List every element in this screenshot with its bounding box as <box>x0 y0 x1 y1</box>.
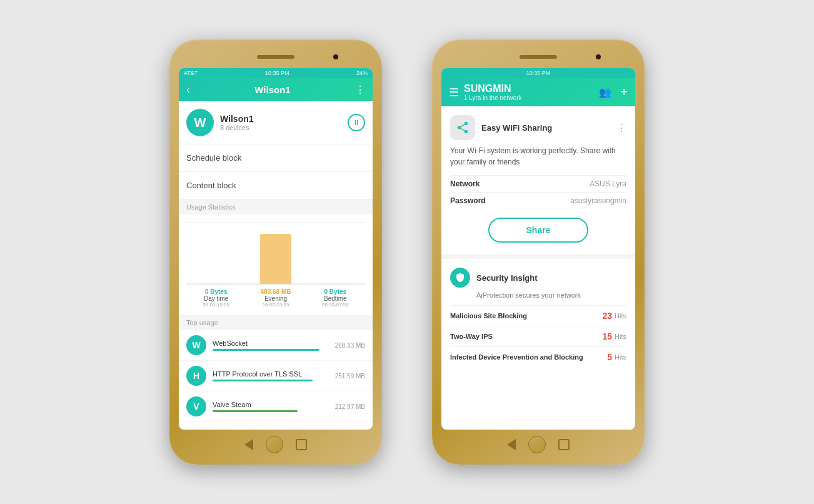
speaker-1 <box>257 55 294 59</box>
bar-bedtime <box>319 283 351 284</box>
security-icon <box>450 268 470 288</box>
add-icon[interactable]: + <box>620 85 628 99</box>
phone-screen-2: 10:35 PM ☰ SUNGMIN 1 Lyra in the network… <box>441 68 635 430</box>
chart-container <box>186 222 365 285</box>
usage-bar-container-0: WebSocket <box>213 340 329 351</box>
ips-count: 15 <box>602 331 612 341</box>
back-nav-1[interactable] <box>244 439 253 450</box>
password-value: asuslyrasungmin <box>570 196 626 205</box>
header-icons-2: 👥 + <box>599 85 628 99</box>
password-label: Password <box>450 196 486 205</box>
daytime-label: Day time <box>186 295 246 302</box>
wifi-card-description: Your Wi-Fi system is working perfectly. … <box>450 145 626 168</box>
phone-2: 10:35 PM ☰ SUNGMIN 1 Lyra in the network… <box>432 39 645 465</box>
infected-label: Infected Device Prevention and Blocking <box>450 353 583 361</box>
recents-btn-1[interactable] <box>296 439 307 450</box>
network-value: ASUS Lyra <box>590 179 626 188</box>
usage-size-2: 212.97 MB <box>335 403 365 410</box>
evening-label: Evening <box>246 295 305 302</box>
time-1: 10:35 PM <box>265 70 289 76</box>
wifi-card-title: Easy WiFi Sharing <box>481 123 610 133</box>
phone-notch-1 <box>176 48 376 66</box>
security-row-1: Two-Way IPS 15 Hits <box>450 326 626 346</box>
evening-time: 16:00-23:59 <box>246 302 305 308</box>
header-subtitle-2: 1 Lyra in the network <box>464 94 599 101</box>
usage-bar-container-1: HTTP Protocol over TLS SSL <box>213 370 329 381</box>
security-title: Security Insight <box>476 273 538 283</box>
share-button[interactable]: Share <box>488 218 588 243</box>
ips-unit: Hits <box>615 333 626 340</box>
security-card: Security Insight AiProtection secures yo… <box>441 259 635 376</box>
wifi-card: Easy WiFi Sharing ⋮ Your Wi-Fi system is… <box>441 106 635 259</box>
usage-size-0: 268.33 MB <box>335 342 365 349</box>
phone-1: AT&T 10:35 PM 24% ‹ Wilson1 ⋮ W Wilson1 … <box>169 39 382 465</box>
status-bar-2: 10:35 PM <box>441 68 635 78</box>
usage-avatar-2: V <box>186 396 206 416</box>
profile-info: Wilson1 8 devices <box>220 114 341 131</box>
security-header: Security Insight <box>450 268 626 288</box>
malicious-count: 23 <box>602 311 612 321</box>
password-row: Password asuslyrasungmin <box>450 192 626 209</box>
home-bar-1 <box>176 433 376 456</box>
app-header-2: ☰ SUNGMIN 1 Lyra in the network 👥 + <box>441 78 635 106</box>
header-content-2: SUNGMIN 1 Lyra in the network <box>464 83 599 101</box>
usage-bar-2 <box>213 410 298 412</box>
security-row-0: Malicious Site Blocking 23 Hits <box>450 305 626 326</box>
content-block-item[interactable]: Content block <box>179 172 373 199</box>
back-nav-2[interactable] <box>507 439 516 450</box>
security-row-2: Infected Device Prevention and Blocking … <box>450 346 626 367</box>
ips-value: 15 Hits <box>602 331 626 341</box>
malicious-unit: Hits <box>615 312 626 320</box>
bedtime-label: Bedtime <box>306 295 365 302</box>
usage-avatar-0: W <box>186 335 206 355</box>
usage-item-0: W WebSocket 268.33 MB <box>179 330 373 361</box>
evening-value: 483.68 MB <box>246 288 305 295</box>
hamburger-icon[interactable]: ☰ <box>449 86 459 99</box>
usage-bar-container-2: Valve Steam <box>213 401 329 412</box>
bedtime-time: 00:00-07:59 <box>306 302 365 308</box>
contacts-icon[interactable]: 👥 <box>599 86 611 98</box>
profile-name: Wilson1 <box>220 114 341 124</box>
home-bar-2 <box>438 433 638 456</box>
security-subtitle: AiProtection secures your network <box>450 291 626 299</box>
usage-name-2: Valve Steam <box>213 401 329 408</box>
menu-button-1[interactable]: ⋮ <box>355 84 365 96</box>
usage-name-0: WebSocket <box>213 340 329 347</box>
usage-stats-header: Usage Statistics <box>179 199 373 214</box>
malicious-label: Malicious Site Blocking <box>450 312 527 320</box>
speaker-2 <box>520 55 557 59</box>
pause-button[interactable]: ⏸ <box>348 114 365 131</box>
chart-labels: 0 Bytes Day time 08:00-15:59 483.68 MB E… <box>186 288 365 308</box>
top-usage-header: Top usage <box>179 315 373 330</box>
usage-bar-0 <box>213 349 319 351</box>
wifi-card-menu[interactable]: ⋮ <box>616 122 626 134</box>
header-title-1: Wilson1 <box>190 84 355 95</box>
phone-screen-1: AT&T 10:35 PM 24% ‹ Wilson1 ⋮ W Wilson1 … <box>179 68 373 430</box>
home-btn-1[interactable] <box>266 436 283 453</box>
bar-evening <box>260 234 291 284</box>
time-2: 10:35 PM <box>526 70 551 76</box>
usage-avatar-1: H <box>186 366 206 386</box>
camera-1 <box>333 54 338 59</box>
daytime-value: 0 Bytes <box>186 288 246 295</box>
infected-count: 5 <box>607 352 612 362</box>
malicious-value: 23 Hits <box>602 311 626 321</box>
schedule-block-item[interactable]: Schedule block <box>179 144 373 172</box>
bar-daytime <box>201 283 232 284</box>
chart-label-bedtime: 0 Bytes Bedtime 00:00-07:59 <box>306 288 365 308</box>
network-label: Network <box>450 179 480 188</box>
avatar-1: W <box>186 109 214 136</box>
recents-btn-2[interactable] <box>558 439 570 450</box>
chart-line-top <box>186 222 365 223</box>
header-title-2: SUNGMIN <box>464 83 599 94</box>
usage-size-1: 251.59 MB <box>335 373 365 380</box>
wifi-sharing-icon <box>450 115 475 140</box>
profile-devices: 8 devices <box>220 124 341 131</box>
usage-item-2: V Valve Steam 212.97 MB <box>179 391 373 422</box>
usage-item-1: H HTTP Protocol over TLS SSL 251.59 MB <box>179 361 373 391</box>
chart-section: 0 Bytes Day time 08:00-15:59 483.68 MB E… <box>179 214 373 315</box>
carrier: AT&T <box>184 70 198 76</box>
home-btn-2[interactable] <box>528 436 546 453</box>
phone-notch-2 <box>438 48 638 66</box>
daytime-time: 08:00-15:59 <box>186 302 246 308</box>
